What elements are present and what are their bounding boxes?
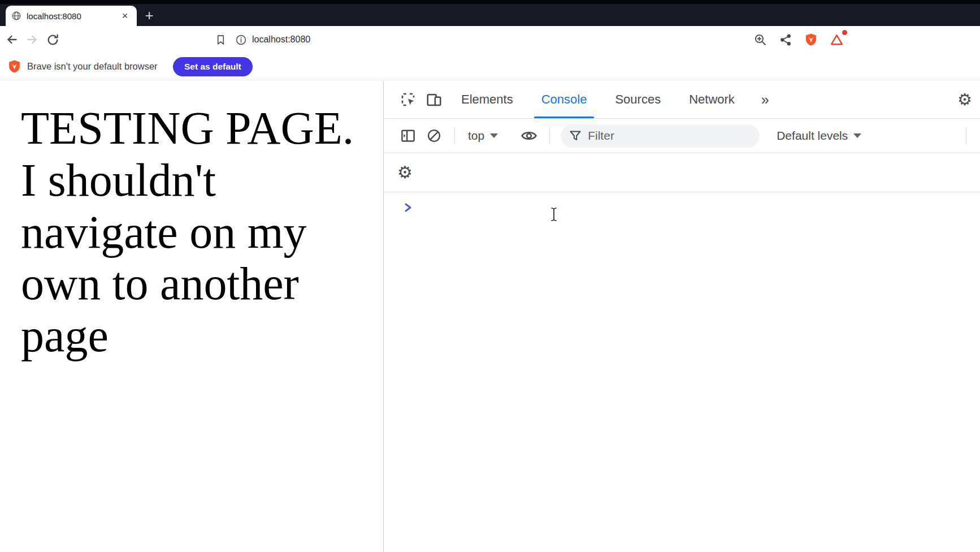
toolbar-divider (549, 128, 550, 144)
page-viewport: TESTING PAGE. I shouldn't navigate on my… (0, 81, 383, 552)
tab-favicon-globe-icon (11, 11, 21, 21)
browser-tab-active[interactable]: localhost:8080 × (6, 6, 137, 26)
console-toolbar-row2: ⚙ (384, 153, 980, 192)
share-icon[interactable] (777, 31, 795, 49)
device-toolbar-icon[interactable] (421, 87, 447, 113)
execution-context-selector[interactable]: top (462, 129, 504, 143)
gear-icon: ⚙ (957, 92, 972, 108)
set-as-default-button[interactable]: Set as default (173, 57, 253, 76)
toolbar-divider (966, 128, 966, 144)
tab-title: localhost:8080 (27, 11, 119, 21)
console-sidebar-toggle-icon[interactable] (395, 123, 421, 149)
browser-tab-bar: localhost:8080 × + (0, 0, 980, 26)
chevron-down-icon (490, 133, 498, 138)
reload-button[interactable] (44, 31, 62, 49)
bookmark-icon[interactable] (211, 31, 229, 49)
devtools-tab-bar: Elements Console Sources Network » ⚙ (384, 81, 980, 119)
live-expression-eye-icon[interactable] (516, 123, 542, 149)
log-levels-selector[interactable]: Default levels (771, 129, 867, 143)
devtools-panel: Elements Console Sources Network » ⚙ top (383, 81, 980, 552)
url-text: localhost:8080 (252, 34, 310, 45)
tab-close-icon[interactable]: × (119, 10, 131, 22)
brave-shield-icon[interactable] (802, 31, 820, 49)
url-bar[interactable]: localhost:8080 (234, 29, 310, 50)
inspect-element-icon[interactable] (395, 87, 421, 113)
filter-input[interactable] (588, 129, 735, 143)
back-button[interactable] (3, 31, 21, 49)
toolbar-divider (454, 128, 455, 144)
brave-shield-icon (7, 59, 21, 74)
notification-text: Brave isn't your default browser (27, 61, 158, 72)
default-browser-notification-bar: Brave isn't your default browser Set as … (0, 53, 980, 80)
notification-badge (841, 29, 848, 36)
text-cursor-ibeam (550, 207, 558, 222)
page-heading: TESTING PAGE. I shouldn't navigate on my… (0, 81, 383, 362)
more-tabs-icon[interactable]: » (757, 81, 774, 118)
zoom-icon[interactable] (751, 31, 769, 49)
console-toolbar: top Default levels (384, 119, 980, 153)
filter-funnel-icon (569, 129, 582, 143)
context-label: top (468, 129, 484, 143)
gear-icon: ⚙ (397, 162, 413, 182)
chevron-down-icon (853, 133, 861, 138)
forward-button[interactable] (23, 31, 41, 49)
site-info-icon[interactable] (234, 33, 248, 46)
console-settings-button[interactable]: ⚙ (397, 164, 413, 181)
tab-sources[interactable]: Sources (601, 81, 675, 118)
tab-elements[interactable]: Elements (447, 81, 527, 118)
new-tab-button[interactable]: + (140, 6, 158, 24)
console-prompt-chevron-icon[interactable] (403, 201, 413, 214)
console-filter-box[interactable] (561, 124, 760, 148)
brave-rewards-icon[interactable] (827, 31, 845, 49)
console-output-area[interactable] (384, 192, 980, 552)
tab-network[interactable]: Network (675, 81, 749, 118)
clear-console-icon[interactable] (421, 123, 447, 149)
levels-label: Default levels (777, 129, 848, 143)
browser-nav-bar: localhost:8080 (0, 26, 980, 53)
tab-console[interactable]: Console (527, 81, 601, 118)
devtools-settings-button[interactable]: ⚙ (957, 81, 972, 118)
window-top-strip (0, 0, 980, 4)
nav-right-actions (751, 26, 845, 53)
